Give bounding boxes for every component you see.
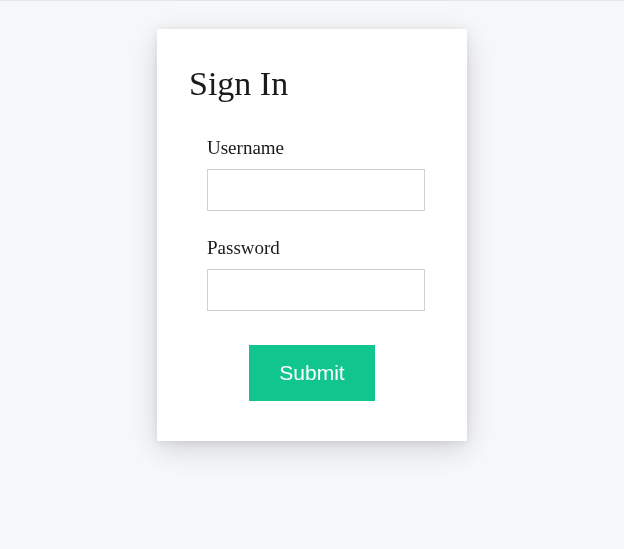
username-input[interactable]: [207, 169, 425, 211]
username-label: Username: [207, 137, 435, 159]
password-label: Password: [207, 237, 435, 259]
submit-button[interactable]: Submit: [249, 345, 374, 401]
password-input[interactable]: [207, 269, 425, 311]
username-group: Username: [207, 137, 435, 211]
signin-card: Sign In Username Password Submit: [157, 29, 467, 441]
page-title: Sign In: [189, 65, 435, 103]
submit-wrap: Submit: [189, 345, 435, 401]
password-group: Password: [207, 237, 435, 311]
